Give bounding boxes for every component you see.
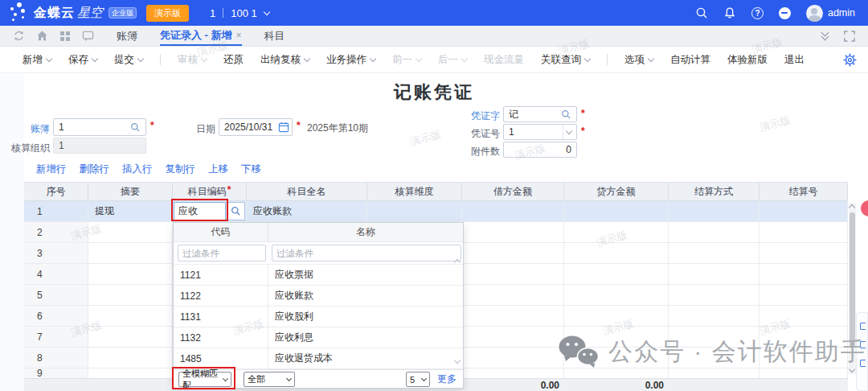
tab-close-icon[interactable]: × <box>236 26 242 45</box>
attachments-field[interactable]: 0 <box>503 142 577 158</box>
home-icon[interactable] <box>36 30 48 42</box>
grid-cell[interactable] <box>462 222 564 242</box>
floating-badge-partial[interactable] <box>859 199 868 218</box>
lookup-search-icon[interactable] <box>130 122 141 133</box>
picker-item[interactable]: 1485应收退货成本 <box>174 348 463 369</box>
grid-cell[interactable] <box>88 222 173 242</box>
grid-cell[interactable] <box>760 264 848 284</box>
grid-scrollbar[interactable] <box>849 203 856 374</box>
toolbar-item[interactable]: 出纳复核 <box>260 53 309 67</box>
picker-item[interactable]: 1122应收账款 <box>174 286 463 307</box>
grid-cell[interactable] <box>564 264 669 284</box>
grid-cell[interactable] <box>669 285 760 305</box>
grid-cell[interactable] <box>760 368 848 378</box>
account-name-cell[interactable]: 应收账款 <box>247 201 367 221</box>
grid-cell[interactable] <box>462 306 564 326</box>
settings-gear-icon[interactable] <box>843 53 857 67</box>
grid-cell[interactable] <box>564 285 669 305</box>
page-size-select[interactable]: 5 <box>406 372 430 387</box>
grid-cell[interactable] <box>88 348 173 368</box>
picker-item[interactable]: 1121应收票据 <box>174 265 463 286</box>
grid-cell[interactable] <box>462 243 564 263</box>
fullscreen-icon[interactable] <box>844 31 855 42</box>
match-mode-select[interactable]: 全模糊匹配 <box>178 372 231 387</box>
move-down-link[interactable]: 下移 <box>241 163 261 176</box>
tab-ledger[interactable]: 账簿 <box>117 26 137 46</box>
toolbar-item[interactable]: 提交 <box>114 53 143 67</box>
grid-cell[interactable] <box>760 327 848 347</box>
grid-cell[interactable] <box>669 243 760 263</box>
summary-cell[interactable]: 提现 <box>88 201 173 221</box>
scrollbar-thumb[interactable] <box>850 212 855 348</box>
toolbar-item[interactable]: 保存 <box>68 53 97 67</box>
grid-cell[interactable] <box>760 348 848 368</box>
scope-select[interactable]: 全部 <box>244 372 295 387</box>
grid-cell[interactable] <box>564 368 669 378</box>
settlement-method-cell[interactable] <box>669 201 760 221</box>
screen-rest-icon[interactable] <box>779 7 791 19</box>
grid-cell[interactable] <box>462 368 564 378</box>
account-code-cell[interactable]: 应收 <box>173 201 247 221</box>
grid-row-1[interactable]: 1 提现 应收 应收账款 <box>24 201 848 222</box>
grid-cell[interactable] <box>88 264 173 284</box>
grid-cell[interactable] <box>760 222 848 242</box>
user-menu[interactable]: admin <box>806 5 855 22</box>
grid-cell[interactable] <box>462 327 564 347</box>
code-filter-input[interactable] <box>178 245 266 261</box>
grid-cell[interactable] <box>760 243 848 263</box>
grid-cell[interactable] <box>564 222 669 242</box>
grid-cell[interactable] <box>669 348 760 368</box>
voucher-no-field[interactable]: 1 <box>503 124 577 140</box>
grid-cell[interactable] <box>462 285 564 305</box>
account-code-input[interactable]: 应收 <box>174 202 226 220</box>
copy-row-link[interactable]: 复制行 <box>166 163 196 176</box>
grid-cell[interactable] <box>88 306 173 326</box>
chevron-down-icon[interactable] <box>566 128 572 134</box>
grid-cell[interactable] <box>760 306 848 326</box>
collapse-toolbar-icon[interactable] <box>822 32 828 39</box>
grid-cell[interactable] <box>564 348 669 368</box>
toolbar-item[interactable]: 关联查询 <box>541 53 590 67</box>
toolbar-item[interactable]: 业务操作 <box>326 53 375 67</box>
refresh-icon[interactable] <box>13 30 25 42</box>
tab-accounts[interactable]: 科目 <box>264 26 285 46</box>
floating-panel-partial[interactable] <box>856 312 868 391</box>
apps-grid-icon[interactable] <box>59 31 71 42</box>
scroll-up-icon[interactable] <box>849 204 855 211</box>
picker-item[interactable]: 1131应收股利 <box>174 307 463 327</box>
credit-cell[interactable] <box>564 201 669 221</box>
toolbar-item[interactable]: 退出 <box>784 53 805 67</box>
delete-row-link[interactable]: 删除行 <box>80 163 110 176</box>
toolbar-item[interactable]: 自动计算 <box>670 53 710 67</box>
toolbar-item[interactable]: 体验新版 <box>727 53 768 67</box>
grid-cell[interactable] <box>669 327 760 347</box>
voucher-word-field[interactable]: 记 <box>503 106 577 122</box>
toolbar-item[interactable]: 新增 <box>23 53 51 67</box>
dimension-cell[interactable] <box>367 201 462 221</box>
grid-cell[interactable] <box>669 264 760 284</box>
search-icon[interactable] <box>695 6 708 19</box>
insert-row-link[interactable]: 插入行 <box>122 163 153 176</box>
lookup-search-icon[interactable] <box>561 109 571 120</box>
settlement-no-cell[interactable] <box>760 201 848 221</box>
tab-voucher-entry-new[interactable]: 凭证录入 - 新增 × <box>160 26 242 46</box>
grid-cell[interactable] <box>564 306 669 326</box>
calendar-icon[interactable] <box>278 121 289 133</box>
toolbar-item[interactable]: 还原 <box>223 53 244 67</box>
grid-cell[interactable] <box>669 222 760 242</box>
name-filter-input[interactable] <box>272 245 461 261</box>
grid-cell[interactable] <box>564 327 669 347</box>
account-switcher[interactable]: 1 100 1 <box>210 7 269 19</box>
grid-cell[interactable] <box>462 348 564 368</box>
message-icon[interactable] <box>82 30 94 42</box>
more-link[interactable]: 更多 <box>437 372 457 386</box>
grid-cell[interactable] <box>669 306 760 326</box>
grid-cell[interactable] <box>88 285 173 305</box>
grid-cell[interactable] <box>88 243 173 263</box>
account-lookup-button[interactable] <box>227 202 245 220</box>
debit-cell[interactable] <box>462 201 564 221</box>
add-row-link[interactable]: 新增行 <box>36 163 67 176</box>
date-field[interactable]: 2025/10/31 <box>219 118 293 136</box>
grid-cell[interactable] <box>760 285 848 305</box>
grid-cell[interactable] <box>88 327 173 347</box>
